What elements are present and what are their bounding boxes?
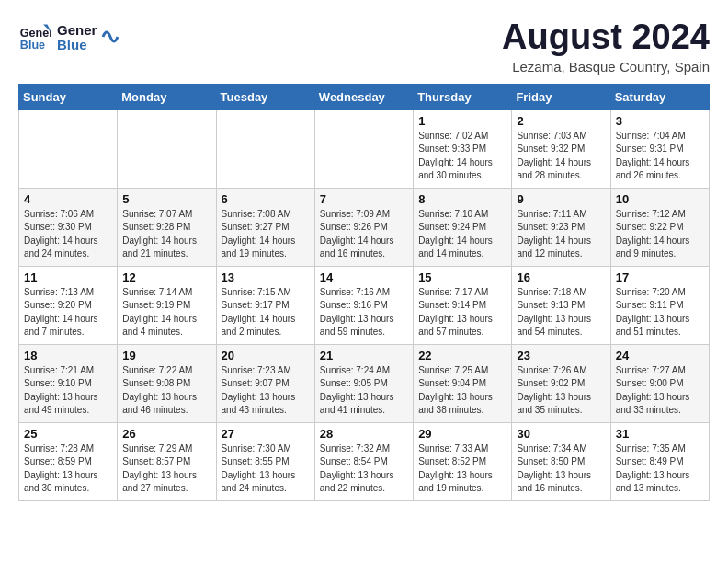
day-info: Sunrise: 7:02 AM Sunset: 9:33 PM Dayligh… xyxy=(418,130,506,183)
calendar-cell: 10Sunrise: 7:12 AM Sunset: 9:22 PM Dayli… xyxy=(610,188,709,266)
day-info: Sunrise: 7:32 AM Sunset: 8:54 PM Dayligh… xyxy=(320,442,408,496)
calendar-cell: 23Sunrise: 7:26 AM Sunset: 9:02 PM Dayli… xyxy=(512,344,610,422)
calendar-cell xyxy=(19,109,118,188)
calendar-cell: 5Sunrise: 7:07 AM Sunset: 9:28 PM Daylig… xyxy=(118,188,216,266)
logo-icon: General Blue xyxy=(18,20,51,53)
day-info: Sunrise: 7:16 AM Sunset: 9:16 PM Dayligh… xyxy=(320,286,408,339)
day-info: Sunrise: 7:29 AM Sunset: 8:57 PM Dayligh… xyxy=(122,442,210,496)
day-header-tuesday: Tuesday xyxy=(216,84,314,109)
day-header-wednesday: Wednesday xyxy=(314,84,413,109)
day-number: 24 xyxy=(616,349,704,362)
calendar-cell: 12Sunrise: 7:14 AM Sunset: 9:19 PM Dayli… xyxy=(118,266,216,344)
page-header: General Blue General Blue August 2024 Le… xyxy=(18,18,710,75)
calendar-cell: 13Sunrise: 7:15 AM Sunset: 9:17 PM Dayli… xyxy=(216,266,314,344)
calendar-cell: 1Sunrise: 7:02 AM Sunset: 9:33 PM Daylig… xyxy=(414,109,512,188)
calendar-table: SundayMondayTuesdayWednesdayThursdayFrid… xyxy=(18,84,710,501)
calendar-cell: 4Sunrise: 7:06 AM Sunset: 9:30 PM Daylig… xyxy=(19,188,118,266)
calendar-cell: 29Sunrise: 7:33 AM Sunset: 8:52 PM Dayli… xyxy=(414,422,512,500)
day-info: Sunrise: 7:15 AM Sunset: 9:17 PM Dayligh… xyxy=(222,286,310,339)
day-info: Sunrise: 7:22 AM Sunset: 9:08 PM Dayligh… xyxy=(122,364,210,418)
day-number: 6 xyxy=(222,192,310,206)
day-header-thursday: Thursday xyxy=(414,84,512,109)
day-info: Sunrise: 7:11 AM Sunset: 9:23 PM Dayligh… xyxy=(517,208,605,261)
day-info: Sunrise: 7:20 AM Sunset: 9:11 PM Dayligh… xyxy=(616,286,704,339)
calendar-cell: 15Sunrise: 7:17 AM Sunset: 9:14 PM Dayli… xyxy=(414,266,512,344)
day-number: 5 xyxy=(122,192,210,206)
calendar-cell: 3Sunrise: 7:04 AM Sunset: 9:31 PM Daylig… xyxy=(610,109,709,188)
day-number: 27 xyxy=(222,427,310,441)
calendar-cell: 20Sunrise: 7:23 AM Sunset: 9:07 PM Dayli… xyxy=(216,344,314,422)
day-number: 17 xyxy=(616,270,704,284)
day-number: 9 xyxy=(517,192,605,206)
calendar-cell: 16Sunrise: 7:18 AM Sunset: 9:13 PM Dayli… xyxy=(512,266,610,344)
calendar-cell xyxy=(118,109,216,188)
day-number: 21 xyxy=(320,349,408,362)
calendar-cell: 19Sunrise: 7:22 AM Sunset: 9:08 PM Dayli… xyxy=(118,344,216,422)
day-info: Sunrise: 7:08 AM Sunset: 9:27 PM Dayligh… xyxy=(222,208,310,261)
day-number: 8 xyxy=(418,192,506,206)
day-number: 18 xyxy=(24,349,112,362)
month-year-title: August 2024 xyxy=(502,18,710,57)
wave-icon xyxy=(101,23,119,51)
day-number: 11 xyxy=(24,270,112,284)
calendar-cell: 31Sunrise: 7:35 AM Sunset: 8:49 PM Dayli… xyxy=(610,422,709,500)
day-header-friday: Friday xyxy=(512,84,610,109)
calendar-cell: 26Sunrise: 7:29 AM Sunset: 8:57 PM Dayli… xyxy=(118,422,216,500)
day-number: 13 xyxy=(222,270,310,284)
calendar-cell: 14Sunrise: 7:16 AM Sunset: 9:16 PM Dayli… xyxy=(314,266,413,344)
calendar-cell: 30Sunrise: 7:34 AM Sunset: 8:50 PM Dayli… xyxy=(512,422,610,500)
day-number: 19 xyxy=(122,349,210,362)
day-number: 29 xyxy=(418,427,506,441)
day-info: Sunrise: 7:28 AM Sunset: 8:59 PM Dayligh… xyxy=(24,442,112,496)
day-number: 10 xyxy=(616,192,704,206)
day-header-saturday: Saturday xyxy=(610,84,709,109)
day-number: 15 xyxy=(418,270,506,284)
day-info: Sunrise: 7:18 AM Sunset: 9:13 PM Dayligh… xyxy=(517,286,605,339)
calendar-cell: 6Sunrise: 7:08 AM Sunset: 9:27 PM Daylig… xyxy=(216,188,314,266)
location-subtitle: Lezama, Basque Country, Spain xyxy=(502,59,710,75)
calendar-cell: 24Sunrise: 7:27 AM Sunset: 9:00 PM Dayli… xyxy=(610,344,709,422)
day-number: 2 xyxy=(517,114,605,128)
calendar-cell: 2Sunrise: 7:03 AM Sunset: 9:32 PM Daylig… xyxy=(512,109,610,188)
day-number: 16 xyxy=(517,270,605,284)
svg-text:Blue: Blue xyxy=(57,37,87,52)
day-header-monday: Monday xyxy=(118,84,216,109)
day-info: Sunrise: 7:25 AM Sunset: 9:04 PM Dayligh… xyxy=(418,364,506,418)
day-info: Sunrise: 7:10 AM Sunset: 9:24 PM Dayligh… xyxy=(418,208,506,261)
day-info: Sunrise: 7:21 AM Sunset: 9:10 PM Dayligh… xyxy=(24,364,112,418)
calendar-cell xyxy=(216,109,314,188)
day-info: Sunrise: 7:27 AM Sunset: 9:00 PM Dayligh… xyxy=(616,364,704,418)
day-info: Sunrise: 7:14 AM Sunset: 9:19 PM Dayligh… xyxy=(122,286,210,339)
svg-text:General: General xyxy=(57,22,97,38)
day-info: Sunrise: 7:17 AM Sunset: 9:14 PM Dayligh… xyxy=(418,286,506,339)
day-info: Sunrise: 7:33 AM Sunset: 8:52 PM Dayligh… xyxy=(418,442,506,496)
day-info: Sunrise: 7:03 AM Sunset: 9:32 PM Dayligh… xyxy=(517,130,605,183)
day-info: Sunrise: 7:06 AM Sunset: 9:30 PM Dayligh… xyxy=(24,208,112,261)
day-info: Sunrise: 7:13 AM Sunset: 9:20 PM Dayligh… xyxy=(24,286,112,339)
day-number: 23 xyxy=(517,349,605,362)
svg-text:Blue: Blue xyxy=(20,39,45,52)
day-info: Sunrise: 7:09 AM Sunset: 9:26 PM Dayligh… xyxy=(320,208,408,261)
day-number: 30 xyxy=(517,427,605,441)
day-info: Sunrise: 7:23 AM Sunset: 9:07 PM Dayligh… xyxy=(222,364,310,418)
calendar-cell: 22Sunrise: 7:25 AM Sunset: 9:04 PM Dayli… xyxy=(414,344,512,422)
day-number: 20 xyxy=(222,349,310,362)
day-info: Sunrise: 7:04 AM Sunset: 9:31 PM Dayligh… xyxy=(616,130,704,183)
day-number: 7 xyxy=(320,192,408,206)
logo: General Blue General Blue xyxy=(18,18,119,55)
calendar-cell: 11Sunrise: 7:13 AM Sunset: 9:20 PM Dayli… xyxy=(19,266,118,344)
day-number: 14 xyxy=(320,270,408,284)
day-number: 28 xyxy=(320,427,408,441)
day-info: Sunrise: 7:26 AM Sunset: 9:02 PM Dayligh… xyxy=(517,364,605,418)
day-info: Sunrise: 7:07 AM Sunset: 9:28 PM Dayligh… xyxy=(122,208,210,261)
day-number: 4 xyxy=(24,192,112,206)
calendar-cell: 17Sunrise: 7:20 AM Sunset: 9:11 PM Dayli… xyxy=(610,266,709,344)
day-number: 25 xyxy=(24,427,112,441)
day-number: 3 xyxy=(616,114,704,128)
title-block: August 2024 Lezama, Basque Country, Spai… xyxy=(502,18,710,75)
day-number: 12 xyxy=(122,270,210,284)
day-info: Sunrise: 7:35 AM Sunset: 8:49 PM Dayligh… xyxy=(616,442,704,496)
day-info: Sunrise: 7:30 AM Sunset: 8:55 PM Dayligh… xyxy=(222,442,310,496)
calendar-cell: 27Sunrise: 7:30 AM Sunset: 8:55 PM Dayli… xyxy=(216,422,314,500)
calendar-cell: 25Sunrise: 7:28 AM Sunset: 8:59 PM Dayli… xyxy=(19,422,118,500)
